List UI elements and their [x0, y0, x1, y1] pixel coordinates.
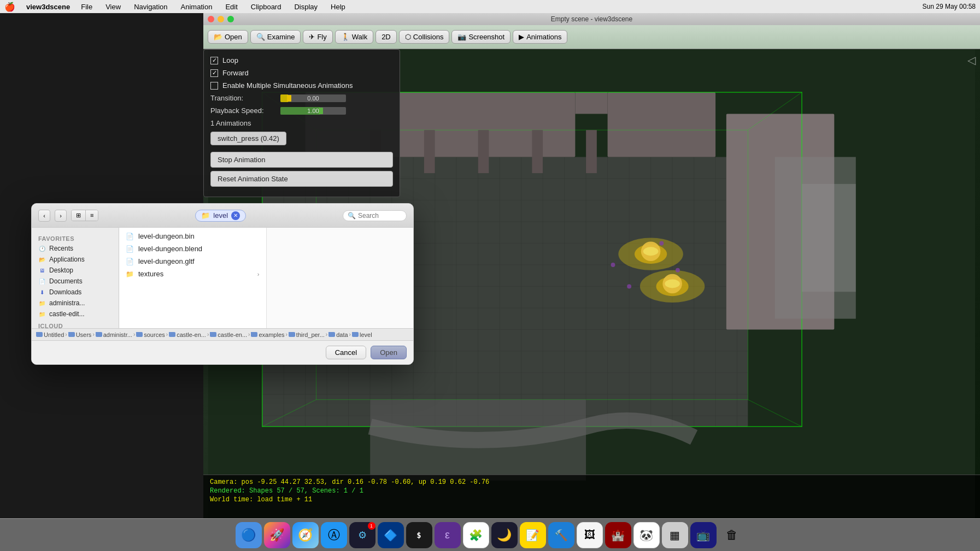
path-examples[interactable]: examples — [251, 331, 284, 338]
open-button[interactable]: 📂 Open — [208, 30, 248, 44]
dialog-location-bar: 📁 level ✕ — [103, 210, 338, 222]
path-folder-icon-2 — [68, 332, 75, 337]
screenshot-button[interactable]: 📷 Screenshot — [451, 30, 510, 44]
sidebar-item-applications[interactable]: 📂 Applications — [32, 254, 119, 265]
path-castle-en1[interactable]: castle-en... — [169, 331, 206, 338]
location-clear-button[interactable]: ✕ — [231, 211, 240, 220]
dock-chatgpt[interactable]: ⚙ 1 — [349, 522, 375, 548]
dock-safari[interactable]: 🧭 — [292, 522, 319, 548]
sidebar-item-recents[interactable]: 🕐 Recents — [32, 243, 119, 254]
walk-button[interactable]: 🚶 Walk — [335, 30, 373, 44]
dock-xcode[interactable]: 🔨 — [548, 522, 574, 548]
path-castle-en2[interactable]: castle-en... — [210, 331, 247, 338]
dock-intellij[interactable]: 🧩 — [463, 522, 489, 548]
path-folder-icon-8 — [289, 332, 295, 337]
dialog-search-container[interactable]: 🔍 — [343, 210, 407, 221]
view-icon-button[interactable]: ⊞ — [72, 210, 86, 221]
svg-point-47 — [665, 280, 680, 288]
path-admin[interactable]: administr... — [96, 331, 132, 338]
apple-menu[interactable]: 🍎 — [4, 2, 15, 12]
dock-teamviewer[interactable]: 🔷 — [378, 522, 404, 548]
gltf-file-icon: 📄 — [126, 258, 134, 265]
sidebar-item-castle[interactable]: 📁 castle-edit... — [32, 309, 119, 319]
forward-checkbox[interactable] — [210, 69, 218, 77]
dialog-toolbar: ‹ › ⊞ ≡ 📁 level ✕ 🔍 — [32, 204, 413, 228]
animation-name-button[interactable]: switch_press (0.42) — [210, 132, 286, 145]
menu-file[interactable]: File — [79, 3, 95, 11]
file-item-gltf[interactable]: 📄 level-dungeon.gltf — [119, 255, 266, 268]
dock-launchpad[interactable]: 🚀 — [264, 522, 290, 548]
stop-animation-button[interactable]: Stop Animation — [210, 152, 393, 168]
collisions-button[interactable]: ⬡ Collisions — [399, 30, 450, 44]
dock-preview[interactable]: 🖼 — [577, 522, 603, 548]
dock-screens[interactable]: 📺 — [690, 522, 717, 548]
playback-speed-slider[interactable]: 1.00 — [280, 107, 346, 115]
dock-app-store[interactable]: Ⓐ — [321, 522, 347, 548]
2d-button[interactable]: 2D — [375, 30, 397, 44]
menubar: 🍎 view3dscene File View Navigation Anima… — [0, 0, 980, 13]
dock-globe[interactable]: 🌙 — [491, 522, 518, 548]
dock-terminal[interactable]: $ — [406, 522, 432, 548]
menu-animation[interactable]: Animation — [179, 3, 215, 11]
dock-castle[interactable]: 🏰 — [605, 522, 631, 548]
status-bar: Camera: pos -9.25 44.27 32.53, dir 0.16 … — [203, 475, 980, 518]
menu-view[interactable]: View — [103, 3, 123, 11]
path-sources[interactable]: sources — [136, 331, 165, 338]
window-maximize-btn[interactable] — [227, 16, 234, 22]
menu-display[interactable]: Display — [292, 3, 320, 11]
file-detail-area — [266, 228, 414, 328]
dock-notes[interactable]: 📝 — [520, 522, 546, 548]
window-minimize-btn[interactable] — [218, 16, 224, 22]
path-data[interactable]: data — [328, 331, 348, 338]
search-input[interactable] — [358, 212, 402, 220]
reset-animation-button[interactable]: Reset Animation State — [210, 171, 393, 187]
svg-rect-38 — [608, 92, 715, 157]
view-list-button[interactable]: ≡ — [86, 210, 98, 221]
dialog-path-bar: Untitled › Users › administr... › source… — [32, 328, 413, 340]
path-level[interactable]: level — [352, 331, 372, 338]
fly-icon: ✈ — [309, 33, 315, 41]
svg-rect-37 — [575, 92, 607, 114]
menu-edit[interactable]: Edit — [223, 3, 239, 11]
dock-trash[interactable]: 🗑 — [719, 522, 745, 548]
sidebar-item-desktop[interactable]: 🖥 Desktop — [32, 265, 119, 276]
dock-finder[interactable]: 🔵 — [236, 522, 262, 548]
file-item-bin[interactable]: 📄 level-dungeon.bin — [119, 230, 266, 242]
dock-emacs[interactable]: ε — [435, 522, 461, 548]
file-item-blend[interactable]: 📄 level-dungeon.blend — [119, 242, 266, 255]
svg-rect-61 — [532, 130, 543, 173]
window-close-btn[interactable] — [208, 16, 214, 22]
toolbar: 📂 Open 🔍 Examine ✈ Fly 🚶 Walk 2D ⬡ Colli… — [203, 25, 980, 49]
view-toggle: ⊞ ≡ — [71, 210, 98, 221]
menu-clipboard[interactable]: Clipboard — [249, 3, 284, 11]
cancel-button[interactable]: Cancel — [326, 346, 366, 359]
dialog-back-button[interactable]: ‹ — [38, 210, 50, 222]
file-item-textures[interactable]: 📁 textures › — [119, 268, 266, 280]
path-folder-icon-5 — [169, 332, 175, 337]
sidebar-item-documents[interactable]: 📄 Documents — [32, 276, 119, 287]
walk-icon: 🚶 — [341, 33, 350, 41]
examine-button[interactable]: 🔍 Examine — [250, 30, 301, 44]
fly-button[interactable]: ✈ Fly — [303, 30, 332, 44]
path-folder-icon-9 — [328, 332, 335, 337]
downloads-icon: ⬇ — [38, 288, 46, 296]
animations-button[interactable]: ▶ Animations — [513, 30, 567, 44]
loop-checkbox[interactable] — [210, 57, 218, 64]
recents-icon: 🕐 — [38, 245, 46, 252]
open-file-button[interactable]: Open — [371, 346, 407, 359]
enable-multiple-checkbox[interactable] — [210, 82, 218, 90]
menu-navigation[interactable]: Navigation — [132, 3, 169, 11]
dialog-forward-button[interactable]: › — [55, 210, 67, 222]
path-users[interactable]: Users — [68, 331, 92, 338]
documents-label: Documents — [49, 277, 83, 285]
transition-slider[interactable]: 0.00 — [280, 94, 346, 102]
sidebar-item-downloads[interactable]: ⬇ Downloads — [32, 287, 119, 298]
svg-rect-60 — [478, 130, 489, 173]
path-untitled[interactable]: Untitled — [36, 331, 64, 338]
sidebar-item-admin[interactable]: 📁 administra... — [32, 298, 119, 309]
path-folder-icon-7 — [251, 332, 257, 337]
dock-virtual-buddy[interactable]: 🐼 — [633, 522, 660, 548]
dock-mosaic[interactable]: ▦ — [662, 522, 688, 548]
menu-help[interactable]: Help — [328, 3, 348, 11]
path-third-per[interactable]: third_per... — [289, 331, 325, 338]
